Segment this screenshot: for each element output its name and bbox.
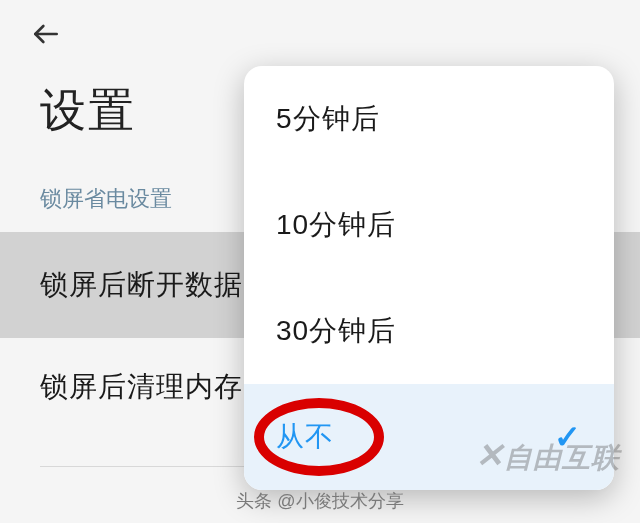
option-30min[interactable]: 30分钟后 [244, 278, 614, 384]
option-10min[interactable]: 10分钟后 [244, 172, 614, 278]
option-label: 30分钟后 [276, 312, 396, 350]
footer-attribution: 头条 @小俊技术分享 [0, 489, 640, 513]
option-label: 从不 [276, 418, 334, 456]
option-label: 10分钟后 [276, 206, 396, 244]
row-label: 锁屏后清理内存 [40, 371, 243, 402]
back-icon[interactable] [30, 18, 62, 50]
option-5min[interactable]: 5分钟后 [244, 66, 614, 172]
option-label: 5分钟后 [276, 100, 380, 138]
dropdown-menu: 5分钟后 10分钟后 30分钟后 从不 ✓ [244, 66, 614, 490]
row-label: 锁屏后断开数据 [40, 269, 243, 300]
watermark: ✕自由互联 [475, 435, 620, 477]
